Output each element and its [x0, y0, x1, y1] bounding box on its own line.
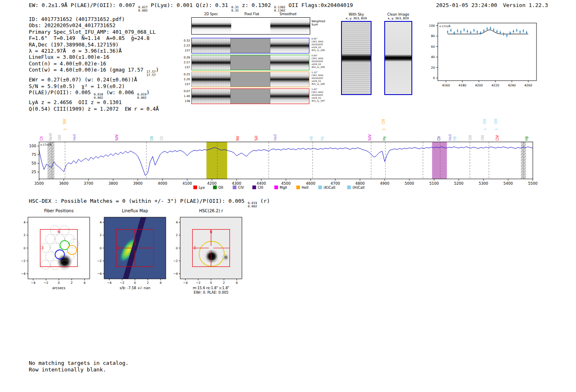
data-point [470, 32, 471, 33]
y-tick-label: 0 [176, 246, 178, 250]
x-tick-label: 4220 [491, 84, 499, 87]
cutout-2dspec-image [192, 38, 230, 53]
y-tick-label: 0 [433, 76, 435, 80]
cutout-left-value: 0.07 [181, 89, 190, 94]
data-point [526, 32, 527, 33]
x-tick-label: 4240 [508, 84, 516, 87]
cutout-right-value: (363, 800) [311, 91, 342, 94]
stacked-fraction: 0.0170.002 [138, 6, 148, 12]
x-tick-label: 4 [84, 281, 86, 285]
legend-swatch [347, 186, 351, 189]
footer-notes: No matching targets in catalog. Row inte… [29, 360, 129, 373]
emission-line-label: OIII [483, 119, 487, 124]
cutout-right-value: 401_LL_088 [311, 66, 342, 69]
y-tick-label: −4 [21, 272, 26, 276]
emission-line-label: CII [437, 137, 441, 141]
data-point [490, 28, 491, 29]
footer-line-2: Row intentionally blank. [29, 366, 129, 373]
report-datetime: 2025-01-05 23:24:00 [436, 2, 497, 8]
x-tick-label: −4 [107, 281, 111, 285]
with-sky-image [341, 21, 372, 95]
x-tick-label: −2 [196, 281, 200, 285]
data-point [457, 30, 458, 32]
x-tick-label: 5100 [430, 181, 439, 186]
cutout-row-right-labels: 1.12"(363, 809)20220205v024_01401_LL_088 [311, 71, 342, 86]
cutout-right-value: 401_LL_088 [311, 83, 342, 86]
emission-line-label: OIII [494, 119, 498, 124]
y-tick-label: −2 [21, 259, 26, 263]
with-sky-panel: With Sky x, y: 363, 809 [340, 12, 373, 95]
plot-frame [39, 142, 533, 179]
emission-line-label: SIV [63, 119, 67, 124]
emission-line-label: OIII [469, 135, 472, 141]
x-tick-label: 4000 [158, 181, 167, 186]
cutout-right-value: 401_LL_087 [311, 100, 342, 102]
cutout-left-value: 137 [181, 65, 190, 70]
span-el: 17.57 [146, 74, 156, 77]
x-tick-label: 0 [134, 281, 136, 285]
y-tick-label: −2 [97, 259, 102, 263]
hsc-image-panel: NEHSC(26.2) r−4−4−2−2002244m:15.6 re:1.8… [164, 205, 246, 295]
legend-swatch [213, 186, 217, 189]
with-sky-coords: x, y: 363, 809 [340, 16, 373, 20]
info-line: LyA z = 2.4656 OII z = 0.1301 [29, 99, 159, 105]
data-point [493, 29, 494, 30]
y-tick-label: −4 [173, 272, 178, 276]
emission-line-label: SiIV [115, 134, 119, 141]
lineflux-map-panel: NELineflux Map−4−4−2−2002244s/b: -7.58 +… [88, 205, 170, 295]
x-tick-label: 4500 [281, 181, 291, 186]
weighted-gap [231, 18, 271, 34]
x-tick-label: 0 [58, 281, 60, 285]
div-el: Weighted [311, 20, 325, 23]
stacked-fraction: 0.13020.1302 [274, 6, 285, 12]
data-point [503, 33, 504, 35]
legend-label: (H)CaII [353, 186, 365, 190]
info-line: Cont(n) = 4.00(±0.02)e-16 [29, 60, 159, 67]
x-tick-label: 3500 [35, 181, 44, 186]
report-version: Version 1.22.3 [503, 2, 548, 8]
x-tick-label: 5200 [454, 181, 464, 186]
emission-line-label: Hγ [383, 136, 386, 141]
y-tick-label: −4 [97, 272, 102, 276]
y-tick-label: 75 [32, 153, 36, 157]
x-tick-label: 5400 [504, 181, 513, 186]
data-point [476, 31, 478, 32]
cutout-row-right-labels: 0.80"(363, 809)20220205v024_02401_LL_088 [311, 54, 342, 69]
span-el: 0.002 [94, 96, 103, 100]
line-label-brace: } [382, 128, 386, 130]
cutout-pixelflat-image [230, 72, 270, 87]
header-meta: 2025-01-05 23:24:00Version 1.22.3 [430, 2, 548, 8]
data-point [516, 30, 517, 31]
x-tick-label: −2 [44, 281, 48, 285]
emission-line-label: OVI [58, 135, 62, 141]
cutout-right-value: v024_01 [311, 97, 342, 100]
data-point [447, 31, 448, 32]
cutout-right-value: 1.12" [311, 71, 342, 74]
cutout-right-value: 20220205 [311, 60, 342, 63]
flux-units-label: e-17x2Å [40, 143, 52, 146]
fiber-positions-panel: NEFiber Positions−4−4−2−2002244arcsecs [12, 205, 94, 295]
data-point [496, 31, 497, 32]
compass-east-label: E [194, 246, 196, 250]
spec2d-cutouts: 2D Spec Pixel Flat Smoothed Weighted Sum… [181, 12, 346, 110]
info-line: EWr = 0.27(±0.07) (w: 0.24(±0.06))Å [29, 77, 159, 83]
legend-swatch [193, 186, 197, 189]
x-tick-label: 4200 [207, 181, 217, 186]
col-header-pixelflat: Pixel Flat [244, 12, 259, 16]
cutout-row-left-labels: 0.262.57137 [181, 55, 190, 70]
rect-el [180, 217, 242, 279]
x-tick-label: 3700 [84, 181, 93, 186]
legend-swatch [274, 186, 278, 189]
data-point [460, 31, 461, 32]
x-tick-label: 3800 [109, 181, 118, 186]
cutout-right-value: (363, 809) [311, 57, 342, 60]
data-point [523, 30, 524, 32]
cutout-right-value: 0.62" [311, 37, 342, 40]
legend-label: Lyα [199, 186, 205, 190]
spectrum-band [207, 142, 227, 179]
cutout-smoothed-image [270, 55, 309, 70]
y-tick-label: 50 [32, 161, 37, 165]
info-line: S/N = 5.9(±0.5) χ² = 1.9(±0.2) [29, 83, 159, 89]
cutout-left-value: 2.20 [181, 77, 190, 82]
cutout-2dspec-image [192, 72, 230, 87]
